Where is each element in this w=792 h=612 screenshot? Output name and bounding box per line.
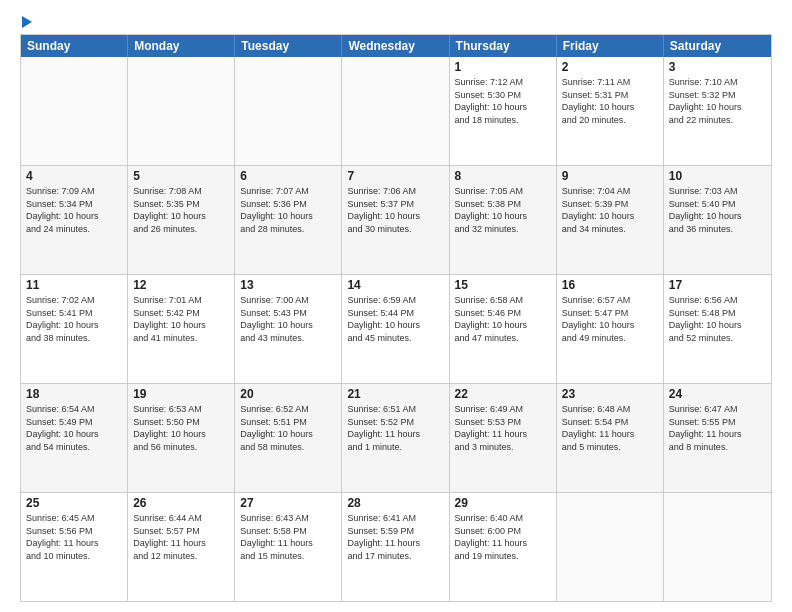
header-cell-sunday: Sunday: [21, 35, 128, 57]
day-info: Sunrise: 6:58 AMSunset: 5:46 PMDaylight:…: [455, 294, 551, 344]
calendar-day-23: 23Sunrise: 6:48 AMSunset: 5:54 PMDayligh…: [557, 384, 664, 492]
logo: [20, 16, 32, 28]
day-number: 25: [26, 496, 122, 510]
day-info: Sunrise: 7:02 AMSunset: 5:41 PMDaylight:…: [26, 294, 122, 344]
calendar-empty-cell: [664, 493, 771, 601]
header-cell-thursday: Thursday: [450, 35, 557, 57]
header-cell-saturday: Saturday: [664, 35, 771, 57]
calendar-day-2: 2Sunrise: 7:11 AMSunset: 5:31 PMDaylight…: [557, 57, 664, 165]
calendar-day-14: 14Sunrise: 6:59 AMSunset: 5:44 PMDayligh…: [342, 275, 449, 383]
calendar-empty-cell: [235, 57, 342, 165]
calendar-week-4: 18Sunrise: 6:54 AMSunset: 5:49 PMDayligh…: [21, 383, 771, 492]
calendar-day-22: 22Sunrise: 6:49 AMSunset: 5:53 PMDayligh…: [450, 384, 557, 492]
day-info: Sunrise: 6:40 AMSunset: 6:00 PMDaylight:…: [455, 512, 551, 562]
calendar-week-2: 4Sunrise: 7:09 AMSunset: 5:34 PMDaylight…: [21, 165, 771, 274]
day-info: Sunrise: 7:05 AMSunset: 5:38 PMDaylight:…: [455, 185, 551, 235]
calendar-day-19: 19Sunrise: 6:53 AMSunset: 5:50 PMDayligh…: [128, 384, 235, 492]
day-number: 13: [240, 278, 336, 292]
day-number: 24: [669, 387, 766, 401]
calendar-day-18: 18Sunrise: 6:54 AMSunset: 5:49 PMDayligh…: [21, 384, 128, 492]
day-number: 10: [669, 169, 766, 183]
day-info: Sunrise: 6:59 AMSunset: 5:44 PMDaylight:…: [347, 294, 443, 344]
day-info: Sunrise: 6:41 AMSunset: 5:59 PMDaylight:…: [347, 512, 443, 562]
calendar-day-24: 24Sunrise: 6:47 AMSunset: 5:55 PMDayligh…: [664, 384, 771, 492]
calendar-body: 1Sunrise: 7:12 AMSunset: 5:30 PMDaylight…: [21, 57, 771, 601]
day-info: Sunrise: 7:11 AMSunset: 5:31 PMDaylight:…: [562, 76, 658, 126]
day-number: 3: [669, 60, 766, 74]
day-number: 21: [347, 387, 443, 401]
calendar-day-21: 21Sunrise: 6:51 AMSunset: 5:52 PMDayligh…: [342, 384, 449, 492]
day-info: Sunrise: 6:52 AMSunset: 5:51 PMDaylight:…: [240, 403, 336, 453]
header-cell-wednesday: Wednesday: [342, 35, 449, 57]
day-info: Sunrise: 7:07 AMSunset: 5:36 PMDaylight:…: [240, 185, 336, 235]
day-info: Sunrise: 6:51 AMSunset: 5:52 PMDaylight:…: [347, 403, 443, 453]
day-info: Sunrise: 6:56 AMSunset: 5:48 PMDaylight:…: [669, 294, 766, 344]
calendar-day-26: 26Sunrise: 6:44 AMSunset: 5:57 PMDayligh…: [128, 493, 235, 601]
day-number: 11: [26, 278, 122, 292]
calendar: SundayMondayTuesdayWednesdayThursdayFrid…: [20, 34, 772, 602]
logo-arrow-icon: [22, 16, 32, 28]
calendar-day-1: 1Sunrise: 7:12 AMSunset: 5:30 PMDaylight…: [450, 57, 557, 165]
day-info: Sunrise: 7:03 AMSunset: 5:40 PMDaylight:…: [669, 185, 766, 235]
day-info: Sunrise: 6:44 AMSunset: 5:57 PMDaylight:…: [133, 512, 229, 562]
day-number: 17: [669, 278, 766, 292]
page: SundayMondayTuesdayWednesdayThursdayFrid…: [0, 0, 792, 612]
day-number: 19: [133, 387, 229, 401]
day-info: Sunrise: 7:06 AMSunset: 5:37 PMDaylight:…: [347, 185, 443, 235]
day-info: Sunrise: 6:43 AMSunset: 5:58 PMDaylight:…: [240, 512, 336, 562]
calendar-day-16: 16Sunrise: 6:57 AMSunset: 5:47 PMDayligh…: [557, 275, 664, 383]
day-number: 2: [562, 60, 658, 74]
day-info: Sunrise: 6:57 AMSunset: 5:47 PMDaylight:…: [562, 294, 658, 344]
header-cell-tuesday: Tuesday: [235, 35, 342, 57]
day-number: 14: [347, 278, 443, 292]
day-number: 1: [455, 60, 551, 74]
calendar-day-3: 3Sunrise: 7:10 AMSunset: 5:32 PMDaylight…: [664, 57, 771, 165]
day-number: 22: [455, 387, 551, 401]
day-info: Sunrise: 7:09 AMSunset: 5:34 PMDaylight:…: [26, 185, 122, 235]
calendar-day-13: 13Sunrise: 7:00 AMSunset: 5:43 PMDayligh…: [235, 275, 342, 383]
calendar-week-3: 11Sunrise: 7:02 AMSunset: 5:41 PMDayligh…: [21, 274, 771, 383]
day-info: Sunrise: 6:45 AMSunset: 5:56 PMDaylight:…: [26, 512, 122, 562]
calendar-day-25: 25Sunrise: 6:45 AMSunset: 5:56 PMDayligh…: [21, 493, 128, 601]
day-info: Sunrise: 6:53 AMSunset: 5:50 PMDaylight:…: [133, 403, 229, 453]
calendar-day-17: 17Sunrise: 6:56 AMSunset: 5:48 PMDayligh…: [664, 275, 771, 383]
header: [20, 16, 772, 28]
day-number: 26: [133, 496, 229, 510]
day-info: Sunrise: 7:00 AMSunset: 5:43 PMDaylight:…: [240, 294, 336, 344]
calendar-day-6: 6Sunrise: 7:07 AMSunset: 5:36 PMDaylight…: [235, 166, 342, 274]
calendar-day-10: 10Sunrise: 7:03 AMSunset: 5:40 PMDayligh…: [664, 166, 771, 274]
day-number: 27: [240, 496, 336, 510]
header-cell-friday: Friday: [557, 35, 664, 57]
calendar-empty-cell: [128, 57, 235, 165]
day-number: 28: [347, 496, 443, 510]
day-info: Sunrise: 7:08 AMSunset: 5:35 PMDaylight:…: [133, 185, 229, 235]
day-number: 23: [562, 387, 658, 401]
calendar-header: SundayMondayTuesdayWednesdayThursdayFrid…: [21, 35, 771, 57]
day-info: Sunrise: 6:48 AMSunset: 5:54 PMDaylight:…: [562, 403, 658, 453]
calendar-day-20: 20Sunrise: 6:52 AMSunset: 5:51 PMDayligh…: [235, 384, 342, 492]
calendar-day-27: 27Sunrise: 6:43 AMSunset: 5:58 PMDayligh…: [235, 493, 342, 601]
calendar-day-29: 29Sunrise: 6:40 AMSunset: 6:00 PMDayligh…: [450, 493, 557, 601]
header-cell-monday: Monday: [128, 35, 235, 57]
calendar-day-5: 5Sunrise: 7:08 AMSunset: 5:35 PMDaylight…: [128, 166, 235, 274]
calendar-day-8: 8Sunrise: 7:05 AMSunset: 5:38 PMDaylight…: [450, 166, 557, 274]
day-number: 4: [26, 169, 122, 183]
calendar-empty-cell: [557, 493, 664, 601]
day-number: 29: [455, 496, 551, 510]
day-number: 20: [240, 387, 336, 401]
day-number: 12: [133, 278, 229, 292]
calendar-day-15: 15Sunrise: 6:58 AMSunset: 5:46 PMDayligh…: [450, 275, 557, 383]
calendar-empty-cell: [342, 57, 449, 165]
day-number: 7: [347, 169, 443, 183]
day-info: Sunrise: 7:04 AMSunset: 5:39 PMDaylight:…: [562, 185, 658, 235]
day-info: Sunrise: 6:49 AMSunset: 5:53 PMDaylight:…: [455, 403, 551, 453]
day-info: Sunrise: 7:12 AMSunset: 5:30 PMDaylight:…: [455, 76, 551, 126]
day-info: Sunrise: 6:54 AMSunset: 5:49 PMDaylight:…: [26, 403, 122, 453]
day-number: 5: [133, 169, 229, 183]
day-number: 8: [455, 169, 551, 183]
calendar-day-12: 12Sunrise: 7:01 AMSunset: 5:42 PMDayligh…: [128, 275, 235, 383]
day-number: 15: [455, 278, 551, 292]
calendar-day-28: 28Sunrise: 6:41 AMSunset: 5:59 PMDayligh…: [342, 493, 449, 601]
day-info: Sunrise: 7:01 AMSunset: 5:42 PMDaylight:…: [133, 294, 229, 344]
day-number: 6: [240, 169, 336, 183]
